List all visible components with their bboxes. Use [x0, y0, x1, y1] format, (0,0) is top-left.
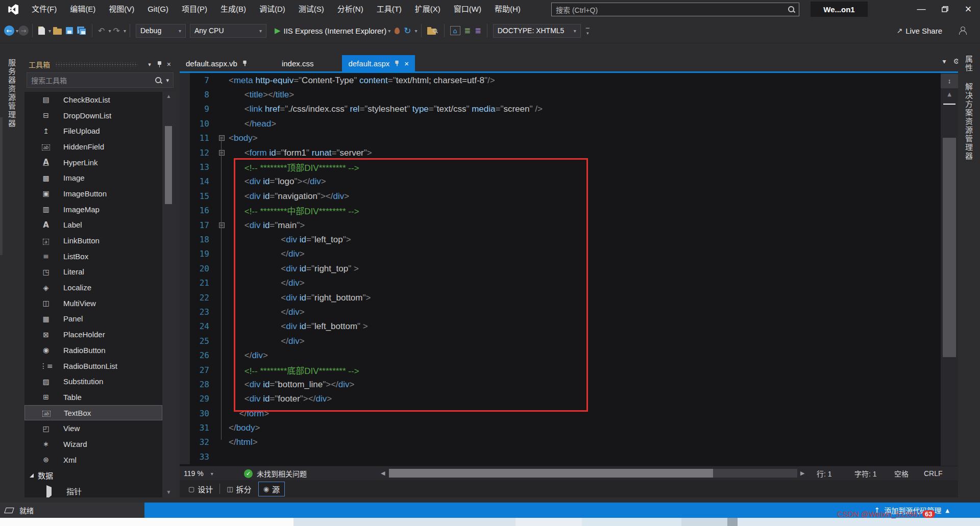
toolbox-item[interactable]: ◉RadioButton [24, 342, 162, 358]
toolbox-item[interactable]: ⊞Table [24, 389, 162, 405]
nav-bar-icon-2[interactable]: ≣ [473, 23, 483, 38]
toolbox-close-icon[interactable]: × [167, 60, 171, 68]
nav-bar-icon-1[interactable]: ≣ [462, 23, 473, 38]
menu-item[interactable]: 分析(N) [331, 5, 370, 13]
menu-item[interactable]: 帮助(H) [488, 5, 527, 13]
menu-item[interactable]: 编辑(E) [63, 5, 102, 13]
save-all-icon[interactable] [75, 23, 88, 38]
zoom-select[interactable]: 119 % ▾ [184, 466, 213, 481]
menu-item[interactable]: 文件(F) [25, 5, 63, 13]
auto-hide-pin-icon[interactable] [157, 61, 162, 68]
scrollbar-thumb[interactable] [389, 469, 713, 478]
document-tab-index-css[interactable]: index.css [276, 55, 320, 71]
breakpoint-margin[interactable] [180, 174, 190, 189]
spaces-indicator[interactable]: 空格 [894, 466, 909, 481]
toolbox-item[interactable]: ▣ImageButton [24, 186, 162, 202]
breakpoint-margin[interactable] [180, 189, 190, 203]
toolbox-search-input[interactable]: 搜索工具箱 ▾ [27, 72, 174, 88]
document-tab-default-aspx-vb[interactable]: default.aspx.vb [180, 55, 253, 71]
breakpoint-margin[interactable] [180, 145, 190, 160]
line-ending-indicator[interactable]: CRLF [924, 466, 943, 481]
save-icon[interactable] [64, 23, 75, 38]
toolbox-item[interactable]: ▥ImageMap [24, 202, 162, 217]
scroll-down-icon[interactable]: ▼ [162, 488, 175, 497]
view-tab-split[interactable]: ◫拆分 [222, 482, 256, 496]
document-tab-default-aspx[interactable]: default.aspx× [342, 55, 415, 71]
minimize-button[interactable]: — [910, 0, 933, 18]
fold-margin[interactable]: − [214, 150, 229, 156]
toolbar-overflow-icon[interactable]: ▔▾ [586, 27, 590, 35]
toolbox-item[interactable]: ▨Substitution [24, 373, 162, 389]
toolbox-item[interactable]: aLinkButton [24, 233, 162, 248]
toolbox-item[interactable]: abTextBox [24, 405, 162, 421]
expand-up-icon[interactable]: ▲ [945, 508, 949, 513]
close-button[interactable]: × [957, 0, 980, 18]
breakpoint-margin[interactable] [180, 420, 190, 435]
menu-item[interactable]: 视图(V) [102, 5, 141, 13]
toolbox-item[interactable]: ↥FileUpload [24, 123, 162, 139]
toolbox-item[interactable]: ◳Literal [24, 264, 162, 280]
toolbox-item[interactable]: ◈Localize [24, 280, 162, 295]
toolbox-item-pointer[interactable]: 指针 [24, 483, 162, 497]
solution-config-select[interactable]: Debug▾ [136, 24, 186, 38]
breakpoint-margin[interactable] [180, 348, 190, 362]
quick-search-input[interactable]: 搜索 (Ctrl+Q) [551, 3, 799, 16]
start-debug-button[interactable]: ▶ IIS Express (Internet Explorer) ▾ [273, 23, 393, 38]
menu-item[interactable]: 测试(S) [292, 5, 331, 13]
toolbox-item[interactable]: ▩Image [24, 170, 162, 186]
toolbox-item[interactable]: ⋮≡RadioButtonList [24, 358, 162, 374]
collapse-region-icon[interactable]: − [219, 150, 225, 156]
toolbox-item[interactable]: ⊛Xml [24, 452, 162, 468]
toolbox-drag-grip[interactable] [55, 62, 138, 67]
scrollbar-thumb[interactable] [165, 126, 172, 204]
breakpoint-margin[interactable] [180, 334, 190, 348]
scroll-right-icon[interactable]: ▶ [800, 470, 804, 477]
toolbox-item[interactable]: ▦Panel [24, 311, 162, 327]
collapse-region-icon[interactable]: − [219, 135, 225, 141]
toolbox-item[interactable]: AHyperLink [24, 155, 162, 170]
pin-icon[interactable] [242, 60, 247, 66]
code-editor[interactable]: 7<meta http-equiv="Content-Type" content… [180, 73, 941, 466]
breakpoint-margin[interactable] [180, 319, 190, 334]
redo-dropdown-icon[interactable]: ▾ [124, 28, 126, 34]
toolbox-item-list[interactable]: ▤CheckBoxList⊟DropDownList↥FileUploadabH… [24, 92, 162, 497]
toolbox-item[interactable]: ◫MultiView [24, 295, 162, 311]
menu-item[interactable]: 项目(P) [175, 5, 214, 13]
collapse-region-icon[interactable]: − [219, 222, 225, 228]
navigate-back-icon[interactable]: ← [4, 26, 14, 36]
window-position-icon[interactable]: ▾ [148, 61, 151, 68]
server-explorer-tab[interactable]: 服务器资源管理器 [6, 59, 17, 128]
breakpoint-margin[interactable] [180, 377, 190, 391]
navigate-forward-icon[interactable]: → [18, 26, 29, 36]
live-share-button[interactable]: ↗ Live Share [895, 23, 944, 38]
restore-button[interactable] [933, 0, 957, 18]
view-tab-source[interactable]: ◉源 [258, 482, 285, 496]
breakpoint-margin[interactable] [180, 435, 190, 449]
breakpoint-margin[interactable] [180, 218, 190, 232]
toolbox-item[interactable]: ⊠PlaceHolder [24, 327, 162, 342]
scroll-left-icon[interactable]: ◀ [381, 470, 385, 477]
document-health-indicator[interactable]: ✓ 未找到相关问题 [244, 466, 307, 481]
toolbox-scrollbar[interactable]: ▲ [162, 92, 175, 497]
editor-vertical-scrollbar[interactable]: ↕ ▲ [941, 73, 958, 466]
breakpoint-margin[interactable] [180, 290, 190, 305]
breakpoint-margin[interactable] [180, 392, 190, 406]
close-tab-icon[interactable]: × [404, 59, 409, 68]
scrollbar-thumb[interactable] [943, 138, 956, 357]
toolbox-item[interactable]: ⊟DropDownList [24, 108, 162, 123]
hot-reload-icon[interactable] [393, 23, 402, 38]
scroll-up-icon[interactable]: ▲ [162, 92, 175, 101]
breakpoint-margin[interactable] [180, 305, 190, 319]
menu-item[interactable]: Git(G) [141, 5, 175, 13]
toolbox-item[interactable]: ∗Wizard [24, 436, 162, 452]
breakpoint-margin[interactable] [180, 449, 190, 464]
breakpoint-margin[interactable] [180, 406, 190, 420]
toolbox-item[interactable]: ▤CheckBoxList [24, 92, 162, 108]
refresh-dropdown-icon[interactable]: ▾ [415, 28, 418, 34]
feedback-person-icon[interactable] [957, 23, 969, 38]
breakpoint-margin[interactable] [180, 73, 190, 87]
properties-tab[interactable]: 属性 [963, 55, 974, 72]
view-tab-design[interactable]: ▢设计 [184, 482, 217, 496]
breakpoint-margin[interactable] [180, 363, 190, 377]
redo-icon[interactable]: ↷ [111, 23, 122, 38]
